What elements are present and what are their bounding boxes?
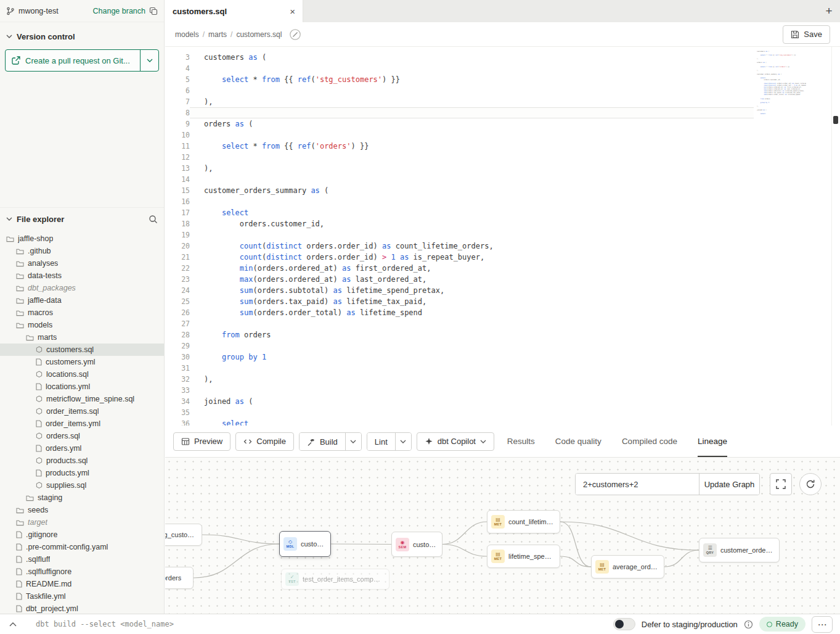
result-tab-lineage[interactable]: Lineage bbox=[698, 426, 727, 457]
lineage-node-average_order_value[interactable]: ▤METaverage_order_value bbox=[591, 555, 664, 578]
code-line-5[interactable]: 5 select * from {{ ref('stg_customers') … bbox=[165, 74, 840, 85]
tab-customers-sql[interactable]: customers.sql × bbox=[165, 0, 303, 22]
editor-scrollbar[interactable] bbox=[831, 47, 840, 426]
tree-item--gitignore[interactable]: .gitignore bbox=[0, 529, 164, 541]
code-line-6[interactable]: 6 bbox=[165, 85, 840, 96]
search-icon[interactable] bbox=[149, 215, 158, 224]
code-line-15[interactable]: 15customer_orders_summary as ( bbox=[165, 185, 840, 196]
code-line-27[interactable]: 27 bbox=[165, 318, 840, 329]
breadcrumb-customers-sql[interactable]: customers.sql bbox=[236, 30, 282, 39]
result-tab-compiled-code[interactable]: Compiled code bbox=[622, 426, 677, 457]
code-line-24[interactable]: 24 sum(orders.subtotal) as lifetime_spen… bbox=[165, 285, 840, 296]
code-line-14[interactable]: 14 bbox=[165, 174, 840, 185]
code-line-25[interactable]: 25 sum(orders.tax_paid) as lifetime_tax_… bbox=[165, 296, 840, 307]
lineage-node-test_order_items[interactable]: ✓TSTtest_order_items_compute_to_bools... bbox=[281, 569, 389, 590]
tree-item-metricflow-time-spine-sql[interactable]: metricflow_time_spine.sql bbox=[0, 393, 164, 405]
lineage-node-customers_mdl[interactable]: ◇MDLcustomers bbox=[279, 531, 331, 557]
tree-item-target[interactable]: target bbox=[0, 516, 164, 529]
lint-dropdown-button[interactable] bbox=[395, 433, 411, 450]
preview-button[interactable]: Preview bbox=[173, 432, 230, 451]
tree-item-dbt-packages[interactable]: dbt_packages bbox=[0, 282, 164, 294]
dbt-copilot-button[interactable]: dbt Copilot bbox=[417, 432, 494, 451]
tree-item-orders-sql[interactable]: orders.sql bbox=[0, 430, 164, 442]
update-graph-button[interactable]: Update Graph bbox=[699, 474, 759, 495]
tree-item--sqlfluff[interactable]: .sqlfluff bbox=[0, 553, 164, 566]
result-tab-results[interactable]: Results bbox=[507, 426, 535, 457]
code-line-32[interactable]: 32), bbox=[165, 374, 840, 385]
tree-item-analyses[interactable]: analyses bbox=[0, 257, 164, 270]
tree-item-models[interactable]: models bbox=[0, 319, 164, 331]
code-line-34[interactable]: 34joined as ( bbox=[165, 396, 840, 407]
lineage-node-customer_order_metrics[interactable]: ☰QRYcustomer_order_metrics bbox=[699, 538, 780, 562]
circle-slash-icon[interactable] bbox=[289, 28, 301, 41]
lint-button[interactable]: Lint bbox=[367, 433, 395, 451]
tree-item--github[interactable]: .github bbox=[0, 245, 164, 257]
create-pr-dropdown-button[interactable] bbox=[140, 50, 158, 71]
tree-item-seeds[interactable]: seeds bbox=[0, 504, 164, 516]
scrollbar-thumb[interactable] bbox=[833, 116, 838, 124]
build-button[interactable]: Build bbox=[300, 433, 345, 451]
tree-item-customers-sql[interactable]: customers.sql bbox=[0, 344, 164, 356]
close-tab-icon[interactable]: × bbox=[290, 6, 295, 17]
refresh-button[interactable] bbox=[799, 473, 822, 495]
code-line-30[interactable]: 30 group by 1 bbox=[165, 352, 840, 363]
tree-item-order-items-yml[interactable]: order_items.yml bbox=[0, 418, 164, 430]
tree-item--pre-commit-config-yaml[interactable]: .pre-commit-config.yaml bbox=[0, 541, 164, 553]
compile-button[interactable]: Compile bbox=[235, 432, 294, 451]
code-line-13[interactable]: 13), bbox=[165, 163, 840, 174]
result-tab-code-quality[interactable]: Code quality bbox=[555, 426, 601, 457]
tree-item-jaffle-data[interactable]: jaffle-data bbox=[0, 294, 164, 307]
code-line-28[interactable]: 28 from orders bbox=[165, 329, 840, 340]
defer-toggle[interactable] bbox=[613, 618, 635, 630]
code-editor[interactable]: 3customers as (45 select * from {{ ref('… bbox=[165, 47, 840, 426]
code-line-22[interactable]: 22 min(orders.ordered_at) as first_order… bbox=[165, 263, 840, 274]
code-line-11[interactable]: 11 select * from {{ ref('orders') }} bbox=[165, 141, 840, 152]
code-line-12[interactable]: 12 bbox=[165, 152, 840, 163]
lineage-panel[interactable]: ◇MDLstg_customers◇MDLorders◇MDLcustomers… bbox=[165, 457, 840, 614]
code-line-35[interactable]: 35 bbox=[165, 407, 840, 418]
info-icon[interactable] bbox=[744, 620, 753, 629]
dbt-command-text[interactable]: dbt build --select <model_name> bbox=[36, 620, 174, 628]
code-line-26[interactable]: 26 sum(orders.order_total) as lifetime_s… bbox=[165, 307, 840, 318]
more-options-button[interactable]: ⋯ bbox=[812, 616, 833, 633]
tree-item-locations-yml[interactable]: locations.yml bbox=[0, 381, 164, 393]
code-line-17[interactable]: 17 select bbox=[165, 207, 840, 218]
code-line-33[interactable]: 33 bbox=[165, 385, 840, 396]
tree-item-staging[interactable]: staging bbox=[0, 492, 164, 504]
lineage-node-stg_customers[interactable]: ◇MDLstg_customers bbox=[165, 524, 202, 546]
tree-item-products-yml[interactable]: products.yml bbox=[0, 467, 164, 479]
tree-item-dbt-project-yml[interactable]: dbt_project.yml bbox=[0, 603, 164, 614]
change-branch-link[interactable]: Change branch bbox=[93, 7, 145, 15]
code-line-3[interactable]: 3customers as ( bbox=[165, 52, 840, 63]
tree-item-orders-yml[interactable]: orders.yml bbox=[0, 442, 164, 455]
code-line-20[interactable]: 20 count(distinct orders.order_id) as co… bbox=[165, 241, 840, 252]
tree-item-data-tests[interactable]: data-tests bbox=[0, 270, 164, 282]
code-line-4[interactable]: 4 bbox=[165, 63, 840, 74]
code-line-29[interactable]: 29 bbox=[165, 340, 840, 352]
chevron-up-icon[interactable] bbox=[7, 622, 18, 627]
tree-item-jaffle-shop[interactable]: jaffle-shop bbox=[0, 233, 164, 245]
code-line-19[interactable]: 19 bbox=[165, 229, 840, 241]
lineage-node-orders[interactable]: ◇MDLorders bbox=[165, 567, 194, 589]
code-line-10[interactable]: 10 bbox=[165, 130, 840, 141]
code-line-23[interactable]: 23 max(orders.ordered_at) as last_ordere… bbox=[165, 274, 840, 285]
lineage-node-lifetime_spend_pretax[interactable]: ▤METlifetime_spend_pretax bbox=[487, 545, 560, 568]
code-line-9[interactable]: 9orders as ( bbox=[165, 118, 840, 130]
tree-item-macros[interactable]: macros bbox=[0, 307, 164, 319]
code-line-8[interactable]: 8 bbox=[165, 107, 840, 118]
code-line-7[interactable]: 7), bbox=[165, 96, 840, 107]
tree-item-readme-md[interactable]: README.md bbox=[0, 578, 164, 590]
version-control-header[interactable]: Version control bbox=[0, 27, 164, 46]
lineage-node-count_lifetime_orders[interactable]: ▤METcount_lifetime_orders bbox=[487, 510, 560, 533]
tree-item-products-sql[interactable]: products.sql bbox=[0, 455, 164, 467]
new-tab-button[interactable]: + bbox=[818, 0, 840, 22]
build-dropdown-button[interactable] bbox=[345, 433, 361, 450]
create-pr-button[interactable]: Create a pull request on Git... bbox=[6, 50, 140, 71]
breadcrumb-marts[interactable]: marts bbox=[208, 30, 227, 39]
tree-item-supplies-sql[interactable]: supplies.sql bbox=[0, 479, 164, 492]
copy-branch-icon[interactable] bbox=[149, 7, 158, 15]
code-line-36[interactable]: 36 select bbox=[165, 418, 840, 426]
lineage-selector-input[interactable] bbox=[576, 474, 699, 495]
tree-item-locations-sql[interactable]: locations.sql bbox=[0, 368, 164, 381]
code-line-18[interactable]: 18 orders.customer_id, bbox=[165, 218, 840, 229]
